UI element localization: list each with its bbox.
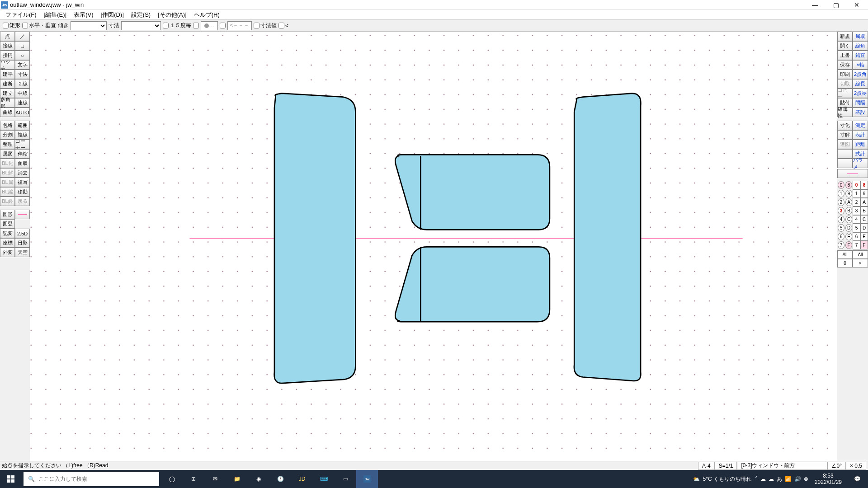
tool-図登[interactable]: 図登 (0, 219, 15, 229)
layer-all-right[interactable]: All (853, 250, 868, 259)
layer-0-1[interactable]: 8 (845, 181, 852, 189)
tool-複写[interactable]: 複写 (15, 178, 30, 187)
tool-天空[interactable]: 天空 (15, 248, 30, 257)
tool-建平[interactable]: 建平 (0, 70, 15, 79)
layer-2-2[interactable]: 2 (853, 198, 860, 206)
rtool-選図[interactable]: 選図 (837, 140, 853, 149)
rtool-寸化[interactable]: 寸化 (837, 121, 853, 130)
rtool-寸解[interactable]: 寸解 (837, 130, 853, 140)
layer-5-1[interactable]: D (845, 224, 852, 232)
tool-図形[interactable]: 図形 (0, 210, 15, 219)
tool-寸法[interactable]: 寸法 (15, 70, 30, 79)
layer-0-2[interactable]: 0 (853, 181, 860, 189)
tool-２線[interactable]: ２線 (15, 79, 30, 89)
layer-3-1[interactable]: B (845, 207, 852, 215)
tool-多角形[interactable]: 多角形 (0, 98, 15, 108)
layer-4-1[interactable]: C (845, 216, 852, 223)
dim-combo[interactable] (121, 21, 161, 30)
layer-6-1[interactable]: E (845, 233, 852, 240)
layer-6-3[interactable]: E (860, 232, 868, 241)
rtool-鉛直[interactable]: 鉛直 (853, 51, 868, 60)
layer-4-2[interactable]: 4 (853, 215, 860, 224)
drawing-canvas[interactable] (30, 32, 837, 461)
tool-□[interactable]: □ (15, 41, 30, 51)
status-zoom[interactable]: × 0.5 (846, 462, 866, 470)
status-layer[interactable]: [0-3]ウィンドウ - 前方 (737, 462, 827, 470)
tool-面取[interactable]: 面取 (15, 159, 30, 168)
menu-draw[interactable]: [作図(D)] (97, 10, 127, 19)
layer-3-0[interactable]: 3 (838, 207, 844, 215)
tool-／[interactable]: ／ (15, 32, 30, 41)
tool-曲線[interactable]: 曲線 (0, 108, 15, 117)
tool-接線[interactable]: 接線 (0, 41, 15, 51)
tool-消去[interactable]: 消去 (15, 168, 30, 178)
layer-2-3[interactable]: A (860, 198, 868, 206)
dimval-check[interactable]: 寸法値 (254, 22, 277, 29)
layer-zero[interactable]: 0 (837, 259, 853, 267)
layer-all-left[interactable]: All (837, 250, 853, 259)
layer-2-0[interactable]: 2 (838, 198, 844, 206)
tool-移動[interactable]: 移動 (15, 187, 30, 197)
layer-7-1[interactable]: F (845, 241, 852, 249)
hv-check[interactable]: 水平・垂直 (22, 22, 56, 29)
tool-ハッチ[interactable]: ハッチ (0, 60, 15, 70)
tool-2.5D[interactable]: 2.5D (15, 229, 30, 238)
menu-file[interactable]: ファイル(F) (2, 10, 40, 19)
tool-BL編[interactable]: BL編 (0, 187, 15, 197)
line-check[interactable] (220, 23, 226, 28)
rtool-距離[interactable]: 距離 (853, 140, 868, 149)
layer-0-0[interactable]: 0 (838, 181, 844, 189)
systray[interactable]: ˄ ☁ ☁ あ 📶 🔊 ⊗ (753, 475, 810, 483)
jp-icon[interactable]: JD (291, 470, 313, 488)
rtool-上書[interactable]: 上書 (837, 51, 853, 60)
rtool-属取[interactable]: 属取 (853, 32, 868, 41)
tool-座標[interactable]: 座標 (0, 238, 15, 248)
tool-点[interactable]: 点 (0, 32, 15, 41)
status-paper[interactable]: A-4 (698, 462, 715, 470)
tool-中線[interactable]: 中線 (15, 89, 30, 98)
tool-記変[interactable]: 記変 (0, 229, 15, 238)
weather-widget[interactable]: ⛅ 5°C くもりのち晴れ (691, 475, 753, 483)
tool-日影[interactable]: 日影 (15, 238, 30, 248)
volume-icon[interactable]: 🔊 (794, 476, 801, 482)
tool-建断[interactable]: 建断 (0, 79, 15, 89)
layer-3-2[interactable]: 3 (853, 206, 860, 215)
wifi-icon[interactable]: 📶 (785, 476, 792, 482)
rtool-2点長[interactable]: 2点長 (853, 89, 868, 98)
explorer-icon[interactable]: 📁 (226, 470, 248, 488)
tool-伸縮[interactable]: 伸縮 (15, 149, 30, 159)
rtool-コピー[interactable]: コピー (837, 89, 853, 98)
onedrive2-icon[interactable]: ☁ (769, 476, 774, 482)
lineattr-sample[interactable] (837, 169, 868, 178)
layer-5-3[interactable]: D (860, 224, 868, 232)
rtool-表計[interactable]: 表計 (853, 130, 868, 140)
layer-6-0[interactable]: 6 (838, 233, 844, 240)
tool-BL終[interactable]: BL終 (0, 197, 15, 206)
deg15-check[interactable]: １５度毎 (163, 22, 191, 29)
onedrive-icon[interactable]: ☁ (760, 476, 766, 482)
rtool-保存[interactable]: 保存 (837, 60, 853, 70)
close-button[interactable]: ✕ (846, 0, 867, 10)
tool-連線[interactable]: 連線 (15, 98, 30, 108)
taskview-icon[interactable]: ⊞ (183, 470, 204, 488)
menu-edit[interactable]: [編集(E)] (40, 10, 71, 19)
tool-AUTO[interactable]: AUTO (15, 108, 30, 117)
tool-linecolor[interactable] (15, 210, 30, 219)
rtool-基設[interactable]: 基設 (853, 108, 868, 117)
layer-1-2[interactable]: 1 (853, 189, 860, 198)
tool-文字[interactable]: 文字 (15, 60, 30, 70)
layer-4-3[interactable]: C (860, 215, 868, 224)
jw-icon[interactable]: Jw (356, 470, 378, 488)
chrome-icon[interactable]: ◉ (248, 470, 269, 488)
rtool-印刷[interactable]: 印刷 (837, 70, 853, 79)
menu-other[interactable]: [その他(A)] (154, 10, 190, 19)
linestyle-button[interactable]: <－－－ (227, 21, 252, 30)
rect-check[interactable]: 矩形 (3, 22, 20, 29)
layer-5-2[interactable]: 5 (853, 224, 860, 232)
start-button[interactable] (0, 470, 22, 488)
layer-0-3[interactable]: 8 (860, 181, 868, 189)
ime-icon[interactable]: あ (777, 475, 782, 483)
tool-外変[interactable]: 外変 (0, 248, 15, 257)
layer-5-0[interactable]: 5 (838, 224, 844, 232)
color-button[interactable]: --- (201, 21, 218, 30)
